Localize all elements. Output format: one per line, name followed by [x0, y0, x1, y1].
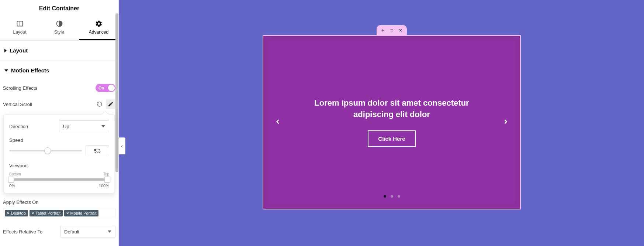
- section-motion-header[interactable]: Motion Effects: [0, 61, 118, 80]
- container-handle[interactable]: [377, 25, 407, 35]
- effects-relative-row: Effects Relative To Default: [3, 221, 115, 241]
- scrolling-effects-row: Scrolling Effects On: [3, 80, 115, 96]
- collapse-panel-button[interactable]: ‹: [119, 137, 125, 154]
- close-icon[interactable]: [398, 28, 403, 33]
- carousel-prev-button[interactable]: [273, 117, 283, 128]
- caret-down-icon: [4, 69, 8, 72]
- carousel-dots: [269, 195, 515, 198]
- container-outline[interactable]: Lorem ipsum dolor sit amet consectetur a…: [263, 35, 521, 209]
- viewport-label: Viewport: [9, 163, 28, 168]
- editor-panel: Edit Container Layout Style Advanced Lay…: [0, 0, 119, 246]
- tab-style-label: Style: [54, 30, 64, 35]
- vertical-scroll-label: Vertical Scroll: [3, 102, 32, 107]
- carousel-dot-1[interactable]: [384, 195, 386, 198]
- apply-effects-on-tags[interactable]: ×Desktop ×Tablet Portrait ×Mobile Portra…: [3, 208, 115, 218]
- tag-mobile-portrait[interactable]: ×Mobile Portrait: [64, 210, 98, 216]
- panel-tabs: Layout Style Advanced: [0, 16, 118, 41]
- carousel-dot-3[interactable]: [398, 195, 400, 198]
- panel-title: Edit Container: [0, 0, 118, 16]
- selected-container: Lorem ipsum dolor sit amet consectetur a…: [263, 25, 521, 209]
- caret-right-icon: [4, 49, 7, 52]
- effects-relative-label: Effects Relative To: [3, 229, 42, 235]
- vertical-scroll-row: Vertical Scroll: [3, 96, 115, 113]
- toggle-knob: [108, 85, 115, 91]
- chevron-left-icon: [274, 118, 281, 126]
- section-motion-label: Motion Effects: [11, 67, 49, 74]
- viewport-top-value: 100%: [99, 184, 109, 188]
- drag-handle-icon[interactable]: [389, 28, 394, 33]
- edit-button[interactable]: [106, 99, 115, 109]
- svg-point-5: [391, 29, 391, 30]
- columns-icon: [16, 20, 24, 27]
- pencil-icon: [108, 101, 114, 107]
- remove-tag-icon[interactable]: ×: [32, 211, 34, 215]
- viewport-thumb-bottom[interactable]: [8, 177, 14, 182]
- tab-advanced-label: Advanced: [89, 30, 108, 35]
- editor-canvas: ‹ Lorem ipsum dolor sit amet consectetur…: [119, 0, 644, 246]
- remove-tag-icon[interactable]: ×: [66, 211, 69, 215]
- chevron-left-icon: ‹: [121, 143, 123, 149]
- apply-effects-on-row: Apply Effects On ×Desktop ×Tablet Portra…: [3, 197, 115, 221]
- contrast-icon: [56, 20, 63, 27]
- reset-button[interactable]: [95, 99, 104, 109]
- apply-effects-on-label: Apply Effects On: [3, 199, 115, 205]
- speed-label: Speed: [9, 137, 23, 143]
- panel-scrollbar[interactable]: [115, 13, 118, 172]
- slide-title: Lorem ipsum dolor sit amet consectetur a…: [314, 98, 469, 120]
- viewport-top-label: Top: [103, 172, 109, 176]
- vertical-scroll-popout: Direction Up Speed 5.3: [4, 114, 115, 194]
- effects-relative-select[interactable]: Default: [60, 226, 115, 238]
- viewport-bottom-label: Bottom: [9, 172, 21, 176]
- viewport-bottom-value: 0%: [9, 184, 15, 188]
- speed-slider-thumb[interactable]: [44, 147, 51, 154]
- toggle-on-label: On: [98, 86, 104, 90]
- viewport-thumb-top[interactable]: [104, 177, 110, 182]
- section-layout: Layout: [0, 41, 118, 61]
- chevron-right-icon: [502, 118, 509, 126]
- scrolling-effects-label: Scrolling Effects: [3, 85, 37, 91]
- direction-label: Direction: [9, 124, 28, 129]
- direction-value: Up: [63, 124, 69, 129]
- slide-cta-button[interactable]: Click Here: [368, 130, 415, 147]
- tab-advanced[interactable]: Advanced: [79, 16, 118, 40]
- svg-point-8: [391, 31, 391, 31]
- chevron-down-icon: [101, 125, 105, 127]
- section-layout-label: Layout: [10, 47, 28, 54]
- direction-select[interactable]: Up: [59, 120, 109, 132]
- carousel-dot-2[interactable]: [391, 195, 393, 198]
- svg-point-10: [392, 31, 393, 31]
- speed-slider[interactable]: [9, 150, 82, 151]
- tab-layout-label: Layout: [13, 30, 26, 35]
- effects-relative-value: Default: [64, 229, 79, 235]
- section-motion-effects: Motion Effects Scrolling Effects On Vert…: [0, 61, 118, 246]
- svg-point-9: [391, 31, 392, 31]
- tab-style[interactable]: Style: [39, 16, 79, 40]
- carousel-next-button[interactable]: [501, 117, 510, 128]
- svg-point-7: [392, 29, 393, 30]
- viewport-range-slider[interactable]: [9, 178, 109, 181]
- gear-icon: [95, 20, 103, 27]
- direction-row: Direction Up: [9, 120, 109, 132]
- plus-icon[interactable]: [381, 28, 385, 33]
- speed-input[interactable]: 5.3: [86, 145, 109, 156]
- tab-layout[interactable]: Layout: [0, 16, 39, 40]
- section-layout-header[interactable]: Layout: [0, 41, 118, 60]
- tag-tablet-portrait[interactable]: ×Tablet Portrait: [30, 210, 63, 216]
- tag-desktop[interactable]: ×Desktop: [5, 210, 28, 216]
- scrolling-effects-toggle[interactable]: On: [96, 84, 115, 92]
- slide-content: Lorem ipsum dolor sit amet consectetur a…: [314, 98, 469, 147]
- chevron-down-icon: [108, 230, 111, 233]
- carousel-widget: Lorem ipsum dolor sit amet consectetur a…: [263, 36, 520, 209]
- speed-row: Speed 5.3: [9, 137, 109, 156]
- vertical-scroll-controls: [95, 99, 115, 109]
- remove-tag-icon[interactable]: ×: [7, 211, 9, 215]
- viewport-row: Viewport Bottom Top 0% 100%: [9, 163, 109, 188]
- motion-effects-body: Scrolling Effects On Vertical Scroll: [0, 80, 118, 246]
- svg-point-6: [391, 29, 392, 30]
- speed-value: 5.3: [94, 148, 101, 154]
- undo-icon: [97, 101, 103, 107]
